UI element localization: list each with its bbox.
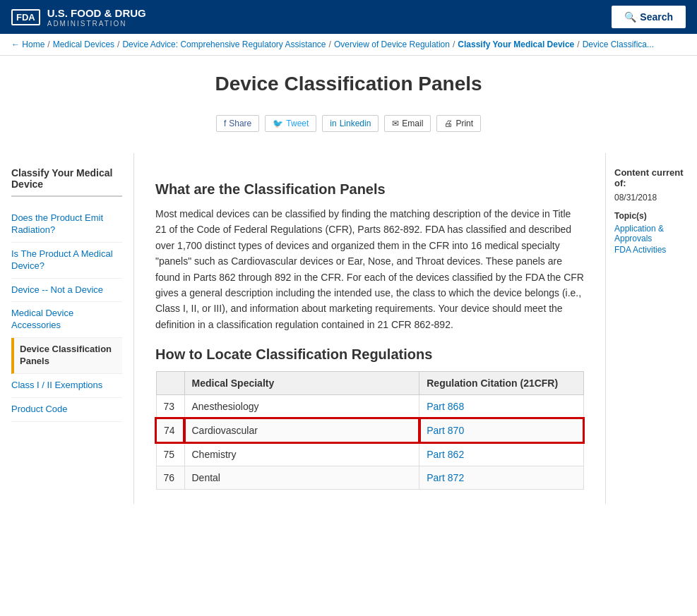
breadcrumb: ← Home / Medical Devices / Device Advice… — [0, 34, 697, 56]
right-sidebar: Content current of: 08/31/2018 Topic(s) … — [605, 153, 697, 504]
print-icon: 🖨 — [444, 119, 453, 128]
share-facebook-button[interactable]: f Share — [216, 115, 259, 132]
table-row: 75ChemistryPart 862 — [156, 442, 583, 466]
site-header: FDA U.S. FOOD & DRUG ADMINISTRATION 🔍 Se… — [0, 0, 697, 34]
sidebar-item-exemptions[interactable]: Class I / II Exemptions — [11, 374, 122, 398]
table-cell-specialty: Chemistry — [184, 442, 419, 466]
table-cell-specialty: Cardiovascular — [184, 418, 419, 442]
page-title: Device Classification Panels — [0, 73, 697, 95]
sidebar-item-medical-device[interactable]: Is The Product A Medical Device? — [11, 243, 122, 279]
share-twitter-button[interactable]: 🐦 Tweet — [265, 115, 316, 132]
sidebar-item-classification-panels[interactable]: Device Classification Panels — [11, 338, 122, 374]
main-content: What are the Classification Panels Most … — [134, 153, 605, 504]
table-cell-regulation: Part 862 — [419, 442, 583, 466]
email-icon: ✉ — [392, 119, 399, 128]
regulation-link[interactable]: Part 868 — [427, 401, 464, 412]
sidebar-title: Classify Your Medical Device — [11, 167, 122, 197]
logo-line1: U.S. FOOD & DRUG — [47, 7, 146, 20]
topics-label: Topic(s) — [614, 211, 689, 221]
table-cell-specialty: Anesthesiology — [184, 395, 419, 419]
section2-heading: How to Locate Classification Regulations — [155, 346, 584, 363]
col-num — [156, 372, 184, 395]
search-button[interactable]: 🔍 Search — [612, 6, 686, 28]
logo-line2: ADMINISTRATION — [47, 20, 146, 28]
breadcrumb-device-advice[interactable]: Device Advice: Comprehensive Regulatory … — [122, 40, 326, 49]
table-cell-num: 75 — [156, 442, 184, 466]
table-cell-num: 74 — [156, 418, 184, 442]
content-current-label: Content current of: — [614, 167, 689, 188]
share-email-button[interactable]: ✉ Email — [384, 115, 431, 132]
topic-fda-activities[interactable]: FDA Activities — [614, 245, 689, 255]
table-cell-regulation: Part 870 — [419, 418, 583, 442]
main-container: Classify Your Medical Device Does the Pr… — [0, 153, 697, 504]
regulation-link[interactable]: Part 870 — [427, 425, 464, 436]
table-cell-regulation: Part 868 — [419, 395, 583, 419]
table-row: 76DentalPart 872 — [156, 466, 583, 490]
regulation-link[interactable]: Part 862 — [427, 449, 464, 460]
breadcrumb-classify[interactable]: Classify Your Medical Device — [458, 40, 574, 49]
table-row: 73AnesthesiologyPart 868 — [156, 395, 583, 419]
sidebar-item-product-code[interactable]: Product Code — [11, 398, 122, 422]
share-print-button[interactable]: 🖨 Print — [436, 115, 481, 132]
table-row: 74CardiovascularPart 870 — [156, 418, 583, 442]
table-cell-specialty: Dental — [184, 466, 419, 490]
breadcrumb-medical-devices[interactable]: Medical Devices — [53, 40, 114, 49]
page-title-area: Device Classification Panels — [0, 56, 697, 115]
logo-text-block: U.S. FOOD & DRUG ADMINISTRATION — [47, 7, 146, 28]
twitter-icon: 🐦 — [273, 119, 283, 128]
fda-badge: FDA — [11, 9, 40, 25]
breadcrumb-overview[interactable]: Overview of Device Regulation — [334, 40, 450, 49]
section1-heading: What are the Classification Panels — [155, 181, 584, 198]
table-header-row: Medical Specialty Regulation Citation (2… — [156, 372, 583, 395]
share-bar: f Share 🐦 Tweet in Linkedin ✉ Email 🖨 Pr… — [0, 115, 697, 132]
table-cell-num: 76 — [156, 466, 184, 490]
regulation-link[interactable]: Part 872 — [427, 472, 464, 483]
col-regulation: Regulation Citation (21CFR) — [419, 372, 583, 395]
left-sidebar: Classify Your Medical Device Does the Pr… — [0, 153, 134, 504]
breadcrumb-device-classification[interactable]: Device Classifica... — [583, 40, 654, 49]
section1-text: Most medical devices can be classified b… — [155, 206, 584, 332]
content-current-date: 08/31/2018 — [614, 193, 689, 203]
classification-table: Medical Specialty Regulation Citation (2… — [155, 371, 584, 490]
sidebar-item-radiation[interactable]: Does the Product Emit Radiation? — [11, 207, 122, 243]
table-cell-regulation: Part 872 — [419, 466, 583, 490]
topic-application-approvals[interactable]: Application & Approvals — [614, 224, 689, 243]
search-icon: 🔍 — [624, 11, 636, 23]
facebook-icon: f — [224, 119, 226, 128]
sidebar-item-accessories[interactable]: Medical Device Accessories — [11, 302, 122, 338]
breadcrumb-home[interactable]: ← Home — [11, 40, 44, 49]
col-specialty: Medical Specialty — [184, 372, 419, 395]
share-linkedin-button[interactable]: in Linkedin — [322, 115, 379, 132]
linkedin-icon: in — [330, 119, 336, 128]
table-cell-num: 73 — [156, 395, 184, 419]
sidebar-item-device-not-device[interactable]: Device -- Not a Device — [11, 279, 122, 303]
logo-area: FDA U.S. FOOD & DRUG ADMINISTRATION — [11, 7, 146, 28]
